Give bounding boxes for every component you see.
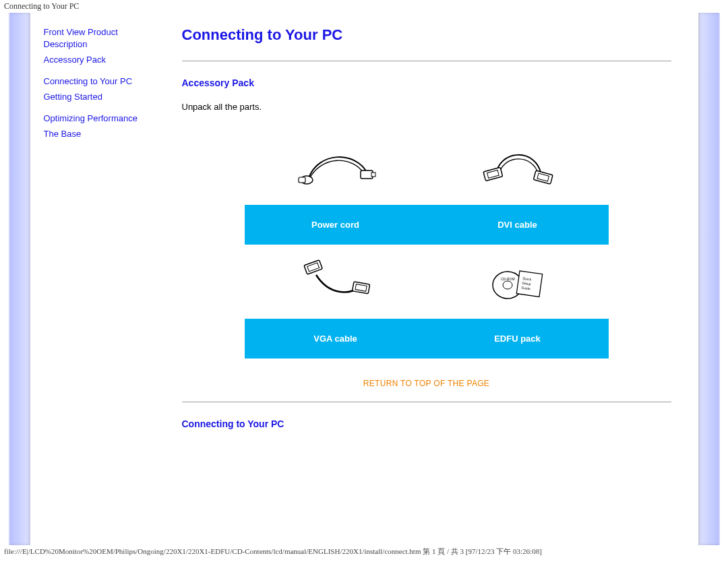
divider bbox=[182, 61, 671, 61]
svg-rect-2 bbox=[361, 170, 373, 179]
vga-cable-icon bbox=[292, 255, 380, 309]
svg-point-13 bbox=[503, 281, 512, 289]
dvi-cable-icon bbox=[474, 141, 562, 195]
power-cord-image bbox=[245, 131, 427, 205]
svg-rect-1 bbox=[299, 177, 305, 183]
power-cord-label: Power cord bbox=[245, 205, 427, 245]
edfu-pack-image: CD-ROM Quick Setup Guide bbox=[427, 245, 609, 319]
dvi-cable-image bbox=[427, 131, 609, 205]
sidebar-item-the-base[interactable]: The Base bbox=[44, 128, 162, 140]
vga-cable-image bbox=[245, 245, 427, 319]
page-frame: Front View Product Description Accessory… bbox=[9, 13, 720, 545]
vga-cable-label: VGA cable bbox=[245, 319, 427, 358]
right-decorative-bar bbox=[698, 13, 719, 545]
accessory-grid: Power cord DVI cable bbox=[245, 131, 609, 358]
connecting-pc-heading: Connecting to Your PC bbox=[182, 418, 671, 429]
sidebar-item-accessory-pack[interactable]: Accessory Pack bbox=[44, 54, 162, 66]
return-to-top-link[interactable]: RETURN TO TOP OF THE PAGE bbox=[182, 379, 671, 388]
svg-text:CD-ROM: CD-ROM bbox=[501, 277, 515, 281]
edfu-pack-icon: CD-ROM Quick Setup Guide bbox=[474, 255, 562, 309]
accessory-label-row-2: VGA cable EDFU pack bbox=[245, 319, 609, 358]
sidebar-item-connecting-pc[interactable]: Connecting to Your PC bbox=[44, 75, 162, 88]
sidebar-item-optimizing-performance[interactable]: Optimizing Performance bbox=[44, 113, 162, 125]
sidebar-item-getting-started[interactable]: Getting Started bbox=[44, 91, 162, 103]
accessory-pack-heading: Accessory Pack bbox=[182, 77, 671, 88]
accessory-image-row-1 bbox=[245, 131, 609, 205]
power-cord-icon bbox=[292, 141, 380, 195]
main-content: Connecting to Your PC Accessory Pack Unp… bbox=[169, 13, 698, 545]
sidebar-nav: Front View Product Description Accessory… bbox=[30, 13, 169, 545]
accessory-image-row-2: CD-ROM Quick Setup Guide bbox=[245, 245, 609, 319]
dvi-cable-label: DVI cable bbox=[427, 205, 609, 245]
sidebar-item-front-view[interactable]: Front View Product Description bbox=[44, 26, 162, 50]
accessory-instruction: Unpack all the parts. bbox=[182, 102, 671, 112]
browser-tab-title: Connecting to Your PC bbox=[0, 0, 728, 13]
left-decorative-bar bbox=[10, 13, 30, 545]
divider bbox=[182, 402, 671, 402]
content-area: Front View Product Description Accessory… bbox=[30, 13, 698, 545]
footer-file-path: file:///E|/LCD%20Monitor%20OEM/Philips/O… bbox=[0, 545, 728, 561]
edfu-pack-label: EDFU pack bbox=[427, 319, 609, 358]
accessory-label-row-1: Power cord DVI cable bbox=[245, 205, 609, 245]
page-title: Connecting to Your PC bbox=[182, 26, 671, 44]
svg-rect-3 bbox=[371, 173, 375, 177]
